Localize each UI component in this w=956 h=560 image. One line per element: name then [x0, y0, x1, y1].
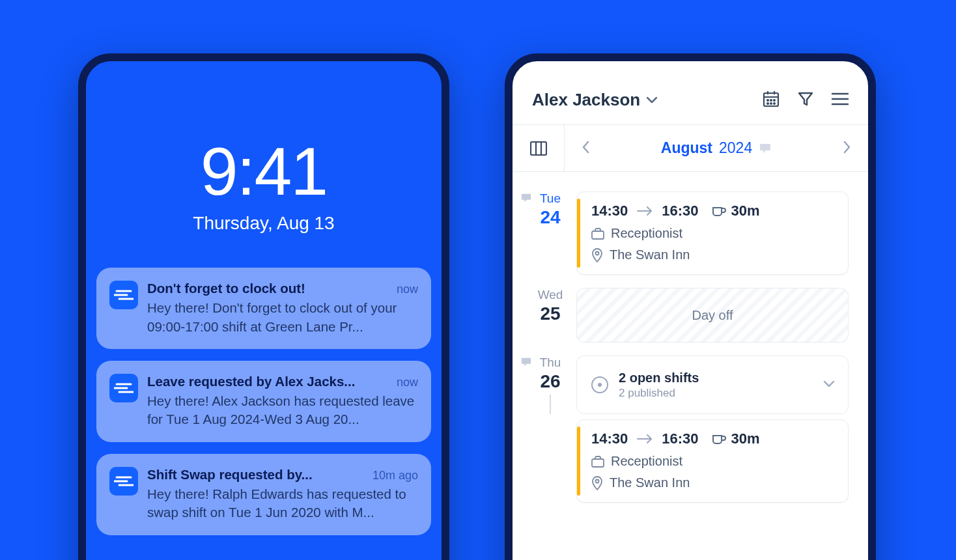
day-row: 14:30 16:30 30m Receptionist T	[513, 419, 868, 516]
day-row: Thu 26 2 open shifts 2 published	[513, 356, 868, 419]
svg-rect-29	[592, 459, 604, 467]
user-picker[interactable]: Alex Jackson	[532, 90, 657, 110]
svg-point-14	[770, 100, 772, 101]
day-label[interactable]: Thu 26	[524, 356, 576, 414]
chevron-down-icon	[647, 97, 657, 104]
notification-card[interactable]: Shift Swap requested by... 10m ago Hey t…	[96, 454, 431, 535]
filter-icon[interactable]	[798, 91, 813, 109]
day-label[interactable]: Tue 24	[524, 191, 576, 275]
location-icon	[591, 248, 603, 262]
notification-time: now	[397, 374, 418, 391]
day-label[interactable]: Wed 25	[524, 288, 576, 343]
day-row: Wed 25 Day off	[513, 288, 868, 356]
timeline-connector	[550, 395, 551, 414]
lockscreen-phone: 9:41 Thursday, Aug 13 Don't forget to cl…	[78, 53, 449, 560]
svg-rect-26	[592, 231, 604, 239]
notification-card[interactable]: Don't forget to clock out! now Hey there…	[96, 268, 431, 349]
briefcase-icon	[591, 456, 604, 468]
shift-end: 16:30	[662, 203, 698, 219]
lock-date: Thursday, Aug 13	[86, 213, 442, 234]
app-icon	[109, 281, 138, 309]
notification-list: Don't forget to clock out! now Hey there…	[86, 268, 442, 535]
shift-location: The Swan Inn	[610, 475, 690, 490]
next-month[interactable]	[843, 141, 851, 156]
notification-card[interactable]: Leave requested by Alex Jacks... now Hey…	[96, 361, 431, 442]
svg-point-30	[596, 479, 599, 483]
shift-role: Receptionist	[611, 454, 682, 469]
svg-point-16	[767, 103, 768, 104]
columns-icon[interactable]	[513, 125, 565, 171]
notification-title: Don't forget to clock out!	[147, 279, 305, 298]
schedule-header: Alex Jackson	[513, 61, 868, 125]
calendar-icon[interactable]	[763, 91, 780, 110]
month-label[interactable]: August 2024	[661, 139, 772, 157]
shift-role: Receptionist	[611, 226, 682, 241]
location-icon	[591, 476, 603, 490]
arrow-right-icon	[637, 430, 653, 447]
menu-icon[interactable]	[832, 92, 849, 108]
open-shifts-title: 2 open shifts	[619, 371, 699, 385]
coffee-icon	[712, 432, 726, 445]
app-icon	[109, 467, 138, 496]
month-bar: August 2024	[513, 125, 868, 172]
shift-end: 16:30	[662, 430, 698, 447]
shift-card[interactable]: 14:30 16:30 30m Receptionist T	[576, 191, 849, 275]
notification-time: 10m ago	[373, 468, 418, 484]
schedule-body: Tue 24 14:30 16:30 30m Recep	[513, 172, 868, 516]
open-shifts-card[interactable]: 2 open shifts 2 published	[576, 356, 849, 414]
shift-start: 14:30	[591, 203, 628, 219]
selected-user: Alex Jackson	[532, 90, 640, 110]
svg-point-18	[774, 103, 775, 104]
shift-location: The Swan Inn	[610, 247, 690, 262]
lock-time: 9:41	[86, 133, 442, 210]
svg-point-17	[770, 103, 772, 104]
prev-month[interactable]	[582, 141, 589, 156]
coffee-icon	[712, 204, 726, 217]
dayoff-card[interactable]: Day off	[576, 288, 849, 343]
notification-time: now	[397, 281, 418, 298]
chat-icon	[520, 193, 532, 206]
chevron-down-icon	[823, 379, 835, 391]
shift-start: 14:30	[591, 430, 628, 447]
open-shifts-sub: 2 published	[619, 387, 699, 400]
day-row: Tue 24 14:30 16:30 30m Recep	[513, 191, 868, 288]
notification-body: Hey there! Ralph Edwards has requested t…	[147, 485, 418, 522]
break-duration: 30m	[731, 430, 760, 447]
open-shifts-icon	[591, 376, 608, 393]
notification-title: Leave requested by Alex Jacks...	[147, 372, 355, 391]
arrow-right-icon	[637, 203, 653, 219]
notification-body: Hey there! Don't forget to clock out of …	[147, 299, 418, 336]
svg-point-15	[774, 100, 775, 101]
briefcase-icon	[591, 228, 604, 240]
notification-body: Hey there! Alex Jackson has requested le…	[147, 392, 418, 429]
day-label-empty	[524, 419, 576, 503]
svg-rect-22	[531, 142, 546, 155]
app-icon	[109, 374, 138, 402]
svg-point-27	[596, 251, 599, 255]
svg-point-13	[767, 100, 768, 101]
chat-icon	[520, 357, 532, 370]
notification-title: Shift Swap requested by...	[147, 466, 313, 484]
shift-card[interactable]: 14:30 16:30 30m Receptionist T	[576, 419, 849, 503]
break-duration: 30m	[731, 203, 760, 219]
schedule-phone: Alex Jackson August 2024	[505, 53, 876, 560]
chat-icon	[759, 143, 772, 154]
